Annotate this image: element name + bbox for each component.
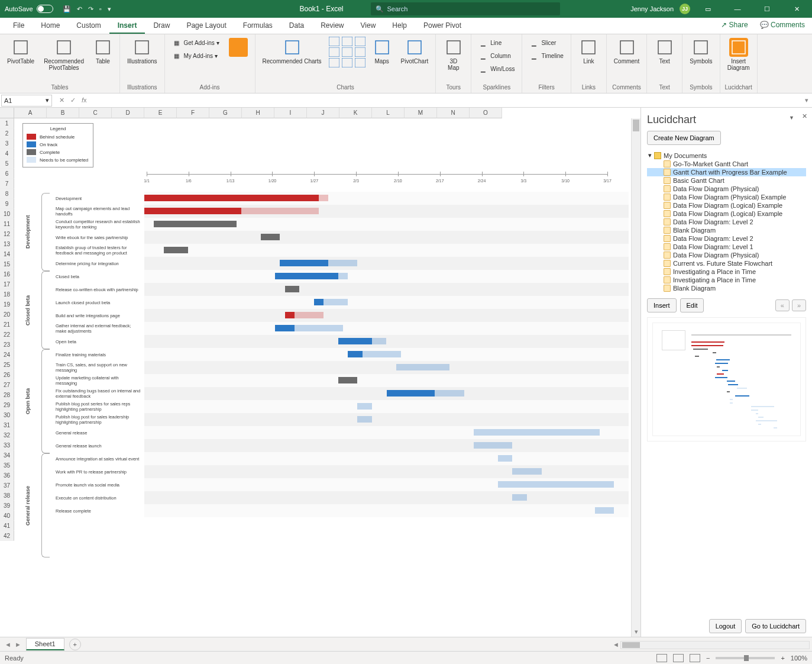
text-button[interactable]: Text [653,37,677,66]
avatar[interactable]: JJ [680,4,690,14]
column-header[interactable]: N [437,108,470,118]
document-item[interactable]: Data Flow Diagram: Level 2 [647,218,806,226]
row-header[interactable]: 14 [0,249,14,259]
bing-maps-button[interactable] [227,37,250,58]
row-header[interactable]: 2 [0,128,14,138]
row-header[interactable]: 25 [0,360,14,370]
normal-view-icon[interactable] [656,654,667,662]
row-header[interactable]: 28 [0,390,14,400]
chart-type-icon[interactable] [355,37,365,46]
row-header[interactable]: 24 [0,350,14,360]
row-header[interactable]: 20 [0,310,14,320]
row-header[interactable]: 34 [0,450,14,460]
3d-map-button[interactable]: 3DMap [442,37,465,72]
line-button[interactable]: ▁Line [476,37,517,49]
column-header[interactable]: L [372,108,405,118]
column-header[interactable]: H [242,108,274,118]
undo-icon[interactable]: ↶ [77,5,82,13]
search-box[interactable]: 🔍 Search [371,2,560,15]
document-item[interactable]: Data Flow Diagram: Level 2 [647,234,806,243]
column-header[interactable]: D [112,108,144,118]
row-header[interactable]: 27 [0,380,14,390]
row-header[interactable]: 23 [0,340,14,350]
get-add-ins-button[interactable]: ▦Get Add-ins ▾ [170,37,222,49]
table-button[interactable]: Table [91,37,115,66]
document-item[interactable]: Data Flow Diagram (Physical) Example [647,193,806,201]
vertical-scrollbar[interactable]: ▾ [631,118,640,637]
row-header[interactable]: 29 [0,400,14,410]
column-header[interactable]: A [14,108,47,118]
row-header[interactable]: 37 [0,481,14,491]
column-header[interactable]: M [405,108,437,118]
fx-icon[interactable]: fx [82,96,87,104]
worksheet[interactable]: ABCDEFGHIJKLMNO 123456789101112131415161… [0,108,640,637]
document-item[interactable]: Data Flow Diagram: Level 1 [647,243,806,251]
row-header[interactable]: 3 [0,138,14,149]
link-button[interactable]: Link [577,37,600,66]
share-button[interactable]: ↗ Share [717,20,751,30]
row-header[interactable]: 5 [0,159,14,169]
row-header[interactable]: 38 [0,491,14,501]
insert-button[interactable]: Insert [647,298,677,312]
row-header[interactable]: 7 [0,179,14,189]
chart-type-icon[interactable] [329,47,339,57]
row-header[interactable]: 30 [0,410,14,420]
tab-custom[interactable]: Custom [68,18,109,34]
document-item[interactable]: Gantt Chart with Progress Bar Example [647,168,806,176]
row-header[interactable]: 32 [0,430,14,440]
prev-button[interactable]: « [775,299,790,311]
comments-button[interactable]: 💬 Comments [756,20,808,30]
goto-lucidchart-button[interactable]: Go to Lucidchart [745,619,806,633]
recommended-pivottables-button[interactable]: RecommendedPivotTables [41,37,86,72]
row-header[interactable]: 6 [0,169,14,179]
my-add-ins-button[interactable]: ▦My Add-ins ▾ [170,50,222,62]
row-header[interactable]: 9 [0,199,14,209]
horizontal-scrollbar[interactable]: ◄► [620,641,810,649]
illustrations-button[interactable]: Illustrations [125,37,160,66]
tab-review[interactable]: Review [312,18,352,34]
win-loss-button[interactable]: ▁Win/Loss [476,63,517,75]
document-item[interactable]: Basic Gantt Chart [647,176,806,185]
tab-home[interactable]: Home [33,18,68,34]
row-header[interactable]: 16 [0,269,14,279]
tab-data[interactable]: Data [281,18,312,34]
zoom-in-icon[interactable]: + [781,655,784,662]
row-header[interactable]: 18 [0,289,14,299]
edit-button[interactable]: Edit [680,298,704,312]
comment-button[interactable]: Comment [612,37,642,66]
zoom-level[interactable]: 100% [791,655,807,662]
name-box[interactable]: A1▾ [1,95,52,107]
pivottable-button[interactable]: PivotTable [5,37,37,66]
column-header[interactable]: F [177,108,209,118]
chart-type-icon[interactable] [342,47,352,57]
tab-help[interactable]: Help [384,18,415,34]
minimize-icon[interactable]: — [726,0,749,18]
column-header[interactable]: G [209,108,242,118]
column-button[interactable]: ▁Column [476,50,517,62]
row-header[interactable]: 41 [0,521,14,531]
document-item[interactable]: Investigating a Place in Time [647,276,806,284]
zoom-slider[interactable] [716,657,775,659]
document-item[interactable]: Current vs. Future State Flowchart [647,259,806,267]
page-break-view-icon[interactable] [690,654,700,662]
sheet-tab[interactable]: Sheet1 [26,638,64,650]
row-header[interactable]: 12 [0,229,14,239]
pivotchart-button[interactable]: PivotChart [399,37,431,66]
pane-menu-icon[interactable]: ▼ [789,115,794,121]
row-header[interactable]: 21 [0,320,14,330]
row-header[interactable]: 42 [0,531,14,541]
slicer-button[interactable]: ▁Slicer [527,37,565,49]
chart-type-icon[interactable] [342,37,352,46]
column-header[interactable]: B [47,108,79,118]
row-header[interactable]: 26 [0,370,14,380]
row-header[interactable]: 4 [0,149,14,159]
tab-formulas[interactable]: Formulas [235,18,281,34]
row-header[interactable]: 31 [0,420,14,430]
document-item[interactable]: Investigating a Place in Time [647,267,806,276]
row-header[interactable]: 17 [0,279,14,289]
touch-icon[interactable]: ▫ [99,5,102,12]
row-header[interactable]: 39 [0,501,14,511]
row-header[interactable]: 15 [0,259,14,269]
chart-type-icon[interactable] [329,37,339,46]
row-header[interactable]: 8 [0,189,14,199]
